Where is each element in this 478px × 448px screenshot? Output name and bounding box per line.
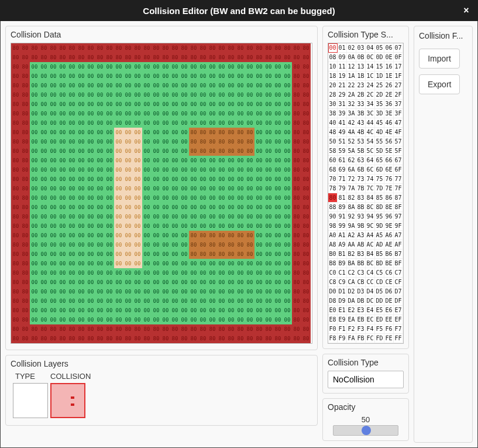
selector-cell[interactable]: 23 (356, 81, 366, 90)
grid-cell[interactable]: 80 (20, 156, 30, 165)
grid-cell[interactable]: 80 (217, 53, 226, 62)
grid-cell[interactable]: 00 (273, 268, 283, 278)
selector-cell[interactable]: 0D (375, 53, 384, 62)
grid-cell[interactable]: 00 (161, 193, 170, 203)
selector-cell[interactable]: 0C (366, 53, 375, 62)
selector-cell[interactable]: 9B (356, 221, 366, 231)
grid-cell[interactable]: 00 (39, 100, 49, 109)
grid-cell[interactable]: 00 (170, 100, 180, 109)
grid-cell[interactable]: 00 (170, 71, 180, 81)
grid-cell[interactable]: 00 (67, 193, 77, 203)
grid-cell[interactable]: 80 (20, 259, 30, 268)
grid-cell[interactable]: 00 (198, 81, 208, 90)
selector-cell[interactable]: 8F (394, 203, 403, 212)
grid-cell[interactable]: 80 (30, 324, 39, 334)
selector-cell[interactable]: 29 (338, 90, 347, 100)
grid-cell[interactable]: 00 (180, 137, 189, 146)
grid-cell[interactable]: 00 (226, 203, 236, 212)
grid-cell[interactable]: 00 (217, 90, 226, 100)
grid-cell[interactable]: 00 (208, 100, 217, 109)
grid-cell[interactable]: 00 (142, 118, 152, 128)
grid-cell[interactable]: 00 (142, 203, 152, 212)
grid-cell[interactable]: 80 (20, 137, 30, 146)
grid-cell[interactable]: 00 (105, 306, 114, 315)
grid-cell[interactable]: 80 (20, 231, 30, 240)
selector-cell[interactable]: 28 (328, 90, 338, 100)
grid-cell[interactable]: 00 (208, 278, 217, 287)
grid-cell[interactable]: 00 (133, 193, 142, 203)
grid-cell[interactable]: 00 (105, 184, 114, 193)
selector-cell[interactable]: A0 (328, 231, 338, 240)
grid-cell[interactable]: 00 (86, 315, 95, 324)
grid-cell[interactable]: 80 (189, 128, 198, 137)
grid-cell[interactable]: 00 (217, 203, 226, 212)
grid-cell[interactable]: 00 (49, 240, 58, 249)
grid-cell[interactable]: 00 (198, 287, 208, 296)
selector-cell[interactable]: EB (356, 315, 366, 324)
grid-cell[interactable]: 00 (170, 109, 180, 118)
grid-cell[interactable]: 00 (86, 81, 95, 90)
selector-cell[interactable]: D4 (366, 287, 375, 296)
grid-cell[interactable]: 00 (255, 240, 264, 249)
grid-cell[interactable]: 80 (11, 240, 20, 249)
grid-cell[interactable]: 00 (114, 287, 123, 296)
selector-cell[interactable]: B4 (366, 249, 375, 259)
grid-cell[interactable]: 80 (273, 53, 283, 62)
grid-cell[interactable]: 00 (105, 249, 114, 259)
grid-cell[interactable]: 00 (255, 165, 264, 175)
grid-cell[interactable]: 00 (170, 231, 180, 240)
grid-cell[interactable]: 00 (236, 203, 245, 212)
grid-cell[interactable]: 00 (217, 268, 226, 278)
grid-cell[interactable]: 00 (105, 212, 114, 221)
grid-cell[interactable]: 80 (217, 146, 226, 156)
grid-cell[interactable]: 00 (95, 100, 105, 109)
grid-cell[interactable]: 00 (273, 128, 283, 137)
grid-cell[interactable]: 00 (95, 259, 105, 268)
grid-cell[interactable]: 00 (245, 100, 255, 109)
grid-cell[interactable]: 80 (292, 137, 301, 146)
grid-cell[interactable]: 00 (133, 109, 142, 118)
grid-cell[interactable]: 00 (283, 221, 292, 231)
grid-cell[interactable]: 00 (95, 81, 105, 90)
selector-cell[interactable]: AF (394, 240, 403, 249)
grid-cell[interactable]: 80 (180, 53, 189, 62)
grid-cell[interactable]: 80 (236, 43, 245, 53)
grid-cell[interactable]: 00 (77, 268, 86, 278)
grid-cell[interactable]: 80 (20, 296, 30, 306)
grid-cell[interactable]: 00 (114, 165, 123, 175)
grid-cell[interactable]: 80 (20, 324, 30, 334)
grid-cell[interactable]: 00 (255, 315, 264, 324)
selector-cell[interactable]: A3 (356, 231, 366, 240)
grid-cell[interactable]: 00 (77, 175, 86, 184)
grid-cell[interactable]: 80 (264, 43, 273, 53)
grid-cell[interactable]: 00 (142, 259, 152, 268)
grid-cell[interactable]: 00 (170, 212, 180, 221)
grid-cell[interactable]: 00 (264, 184, 273, 193)
grid-cell[interactable]: 00 (208, 296, 217, 306)
grid-cell[interactable]: 00 (236, 184, 245, 193)
grid-cell[interactable]: 00 (180, 249, 189, 259)
selector-cell[interactable]: 7F (394, 184, 403, 193)
selector-cell[interactable]: 59 (338, 146, 347, 156)
grid-cell[interactable]: 00 (170, 81, 180, 90)
grid-cell[interactable]: 00 (67, 156, 77, 165)
grid-cell[interactable]: 80 (217, 231, 226, 240)
grid-cell[interactable]: 80 (152, 43, 161, 53)
selector-cell[interactable]: 5C (366, 146, 375, 156)
grid-cell[interactable]: 80 (20, 90, 30, 100)
grid-cell[interactable]: 00 (142, 81, 152, 90)
grid-cell[interactable]: 80 (67, 53, 77, 62)
grid-cell[interactable]: 80 (226, 146, 236, 156)
grid-cell[interactable]: 80 (20, 334, 30, 343)
selector-cell[interactable]: 70 (328, 175, 338, 184)
grid-cell[interactable]: 00 (95, 118, 105, 128)
grid-cell[interactable]: 80 (292, 43, 301, 53)
grid-cell[interactable]: 00 (161, 146, 170, 156)
grid-cell[interactable]: 80 (170, 43, 180, 53)
grid-cell[interactable]: 80 (217, 43, 226, 53)
grid-cell[interactable]: 80 (217, 137, 226, 146)
selector-cell[interactable]: C3 (356, 268, 366, 278)
selector-cell[interactable]: E0 (328, 306, 338, 315)
grid-cell[interactable]: 00 (105, 71, 114, 81)
grid-cell[interactable]: 00 (208, 109, 217, 118)
